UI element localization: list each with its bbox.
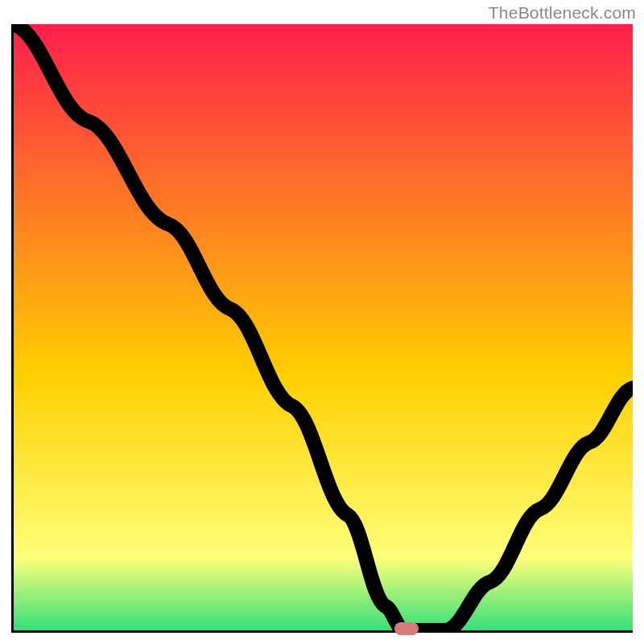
chart-root: TheBottleneck.com (0, 0, 644, 644)
data-curve (14, 24, 633, 630)
curve-path (14, 24, 633, 630)
highlight-marker (394, 622, 419, 635)
watermark-text: TheBottleneck.com (489, 3, 636, 23)
plot-area (11, 24, 633, 633)
